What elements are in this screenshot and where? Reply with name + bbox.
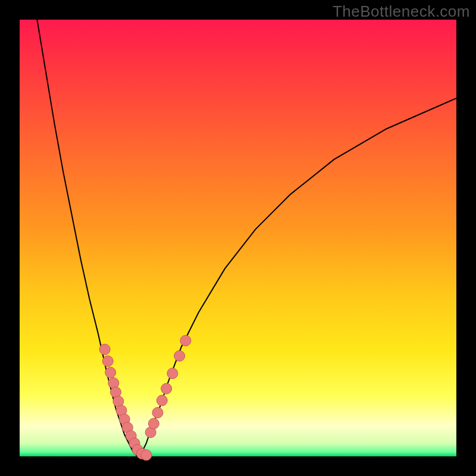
right-branch-curve: [137, 98, 456, 456]
data-dot: [161, 383, 172, 394]
data-dot: [180, 335, 191, 346]
data-dot: [141, 450, 152, 461]
data-dot: [174, 350, 185, 361]
right-dot-group: [145, 335, 191, 437]
data-dot: [167, 368, 178, 379]
chart-svg: [20, 20, 456, 456]
watermark-text: TheBottleneck.com: [333, 2, 470, 21]
chart-frame: TheBottleneck.com: [0, 0, 476, 476]
data-dot: [99, 344, 110, 355]
data-dot: [156, 395, 167, 406]
data-dot: [152, 408, 163, 418]
left-dot-group: [99, 344, 152, 461]
data-dot: [148, 418, 159, 429]
data-dot: [102, 356, 113, 367]
data-dot: [105, 367, 116, 378]
left-branch-curve: [37, 20, 137, 456]
plot-area: [20, 20, 456, 456]
